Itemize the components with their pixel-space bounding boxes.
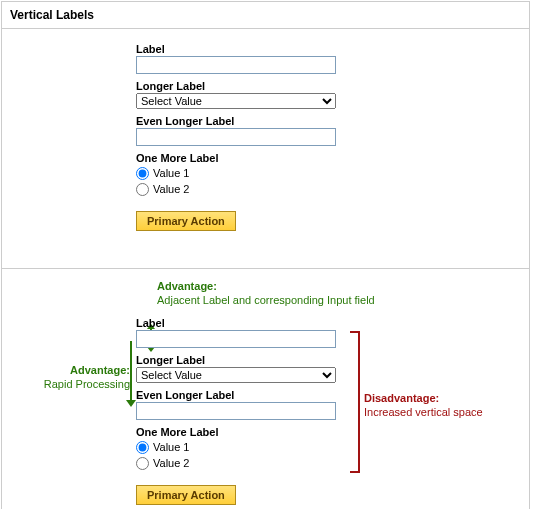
annotation-top-title: Advantage: <box>157 280 217 292</box>
label-3: Even Longer Label <box>136 389 346 401</box>
form-block: Label Longer Label Select Value Even Lon… <box>136 43 346 231</box>
annotation-right-title: Disadvantage: <box>364 392 439 404</box>
text-input-2[interactable] <box>136 128 336 146</box>
text-input-1[interactable] <box>136 330 336 348</box>
annotation-left-title: Advantage: <box>70 364 130 376</box>
annotation-top-text: Adjacent Label and corresponding Input f… <box>157 294 375 306</box>
radio-label-1: Value 1 <box>153 165 190 181</box>
radio-value-1[interactable] <box>136 167 149 180</box>
annotation-right: Disadvantage: Increased vertical space <box>364 391 524 419</box>
radio-label-2: Value 2 <box>153 181 190 197</box>
example-panel-annotated: Advantage: Adjacent Label and correspond… <box>2 269 529 509</box>
label-1: Label <box>136 43 346 55</box>
example-panel-plain: Label Longer Label Select Value Even Lon… <box>2 29 529 269</box>
bracket-icon <box>350 331 360 473</box>
label-1: Label <box>136 317 346 329</box>
label-4: One More Label <box>136 426 346 438</box>
radio-value-2[interactable] <box>136 183 149 196</box>
label-2: Longer Label <box>136 80 346 92</box>
label-4: One More Label <box>136 152 346 164</box>
section-header: Vertical Labels <box>2 2 529 29</box>
annotation-top: Advantage: Adjacent Label and correspond… <box>157 279 437 307</box>
arrow-down-icon <box>130 341 132 401</box>
select-input[interactable]: Select Value <box>136 93 336 109</box>
text-input-1[interactable] <box>136 56 336 74</box>
primary-action-button[interactable]: Primary Action <box>136 211 236 231</box>
label-2: Longer Label <box>136 354 346 366</box>
select-input[interactable]: Select Value <box>136 367 336 383</box>
form-block: Label Longer Label Select Value Even Lon… <box>136 317 346 505</box>
annotation-left: Advantage: Rapid Processing <box>12 363 130 391</box>
annotation-right-text: Increased vertical space <box>364 406 483 418</box>
label-3: Even Longer Label <box>136 115 346 127</box>
radio-value-2[interactable] <box>136 457 149 470</box>
annotation-left-text: Rapid Processing <box>44 378 130 390</box>
text-input-2[interactable] <box>136 402 336 420</box>
radio-label-1: Value 1 <box>153 439 190 455</box>
primary-action-button[interactable]: Primary Action <box>136 485 236 505</box>
radio-label-2: Value 2 <box>153 455 190 471</box>
radio-value-1[interactable] <box>136 441 149 454</box>
page-title: Vertical Labels <box>10 8 521 22</box>
